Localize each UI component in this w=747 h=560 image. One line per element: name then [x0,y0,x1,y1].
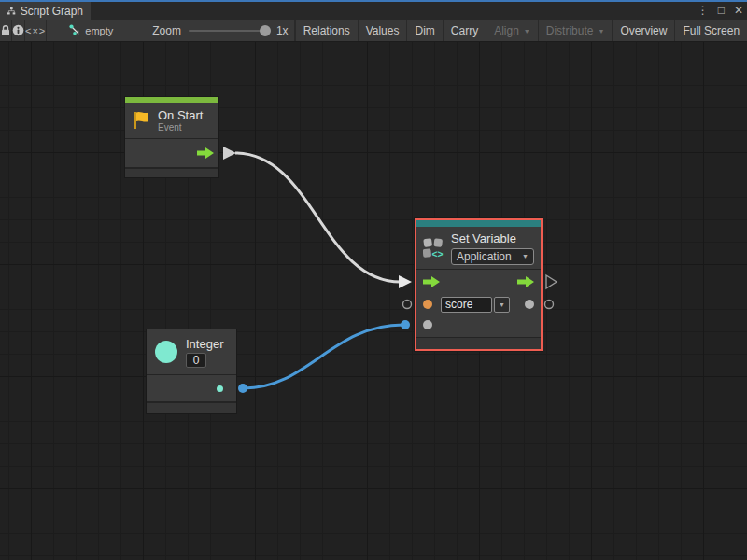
node-title: Set Variable [451,231,534,245]
tab-title: Script Graph [21,5,83,18]
new-value-input-port[interactable] [423,320,432,329]
flow-port-row [416,270,541,294]
code-icon: <×> [25,25,46,36]
value-output-connector-integer[interactable] [238,384,247,393]
flow-output-port[interactable] [517,276,534,287]
chevron-down-icon: ▼ [524,28,530,35]
node-port-row [147,375,236,401]
node-header: <> Set Variable Application ▼ [416,227,541,269]
align-dropdown-button[interactable]: Align ▼ [486,20,538,41]
carry-button[interactable]: Carry [443,20,486,41]
new-value-row [416,315,541,335]
value-output-indicator-setvariable[interactable] [545,301,554,309]
zoom-slider-handle[interactable] [260,25,271,36]
values-button[interactable]: Values [358,20,407,41]
chevron-down-icon: ▼ [598,28,604,35]
lock-button[interactable] [0,20,12,41]
maximize-button[interactable]: □ [718,2,725,20]
graph-info-segment: empty Zoom 1x [47,20,294,41]
node-subtitle: Event [158,122,203,133]
dim-button[interactable]: Dim [406,20,442,41]
flow-input-port[interactable] [423,276,440,287]
variable-name-row: ▼ [416,294,541,315]
lock-icon [0,24,11,36]
integer-output-port[interactable] [217,385,223,392]
window-menu-button[interactable]: ⋮ [698,2,709,20]
wire-value-integer-to-setvariable[interactable] [244,325,403,388]
toolbar-buttons: Relations Values Dim Carry Align ▼ Distr… [295,20,747,41]
flow-output-connector-onstart[interactable] [223,147,236,160]
node-footer [416,338,541,349]
flow-input-connector-setvariable[interactable] [399,275,412,288]
integer-value-field[interactable]: 0 [186,353,206,368]
zoom-value: 1x [276,24,289,37]
node-header-stripe [416,220,541,227]
variable-scope-dropdown[interactable]: Application ▼ [451,248,534,265]
chevron-down-icon: ▼ [522,253,529,259]
node-title: Integer [186,337,223,351]
node-header: On Start Event [125,103,218,138]
node-on-start[interactable]: On Start Event [125,97,218,177]
code-view-button[interactable]: <×> [25,20,47,41]
variable-name-dropdown-button[interactable]: ▼ [494,297,510,313]
graph-icon [7,6,16,17]
variables-icon: <> [423,234,444,262]
overview-button[interactable]: Overview [612,20,674,41]
variable-name-field[interactable] [441,297,492,313]
tab-bar: Script Graph ⋮ □ ✕ [0,2,747,20]
value-input-connector-setvariable[interactable] [401,320,410,329]
tab-script-graph[interactable]: Script Graph [0,2,91,20]
node-header: Integer 0 [147,329,236,374]
graph-toolbar: <×> empty Zoom 1x Relations Values [0,20,747,42]
close-button[interactable]: ✕ [734,2,743,20]
wire-layer [0,42,747,560]
distribute-dropdown-button[interactable]: Distribute ▼ [538,20,613,41]
window-controls: ⋮ □ ✕ [698,2,743,20]
integer-type-icon [155,341,177,363]
value-input-indicator-setvariable[interactable] [403,301,412,309]
graph-canvas[interactable]: On Start Event <> [0,42,747,560]
zoom-slider[interactable] [189,30,269,32]
node-set-variable[interactable]: <> Set Variable Application ▼ [415,218,543,351]
node-integer[interactable]: Integer 0 [147,329,236,413]
node-footer [147,403,236,413]
inspect-button[interactable] [12,20,25,41]
wire-flow-onstart-to-setvariable[interactable] [235,153,401,282]
zoom-label: Zoom [152,24,181,37]
node-title: On Start [158,108,203,122]
variable-name-input-port[interactable] [423,300,432,309]
graph-pointer-icon [69,24,81,36]
relations-button[interactable]: Relations [295,20,358,41]
script-graph-window: Script Graph ⋮ □ ✕ <×> [0,0,747,560]
chevron-down-icon: ▼ [499,301,505,308]
node-footer [125,169,218,177]
graph-pointer-group: empty [69,24,113,36]
zoom-control: Zoom 1x [152,24,288,37]
flow-output-indicator-setvariable[interactable] [546,275,557,288]
flow-output-port[interactable] [197,147,214,159]
variable-value-output-port[interactable] [525,300,534,309]
svg-text:<>: <> [432,248,444,259]
node-port-row [125,139,218,167]
graph-state-label: empty [85,25,113,36]
flag-icon [133,110,150,131]
info-icon [12,24,24,36]
fullscreen-button[interactable]: Full Screen [674,20,747,41]
